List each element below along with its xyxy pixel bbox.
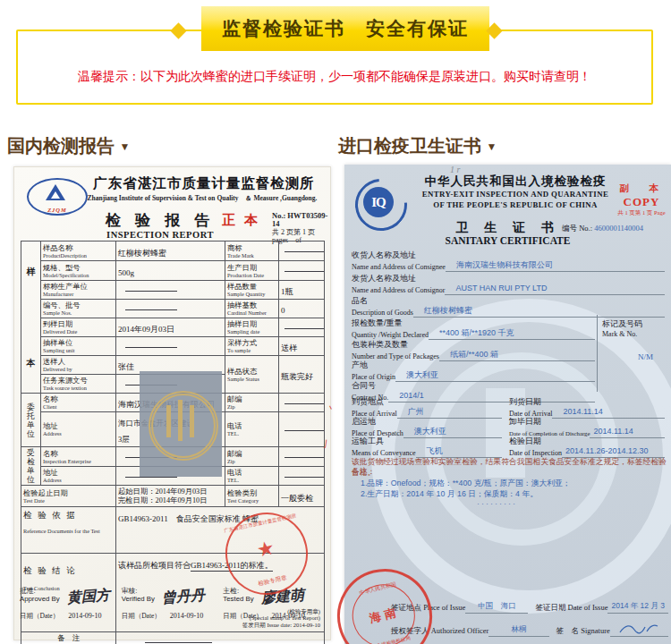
sample-group-char: 样 [23,266,38,278]
handwritten-signature [618,623,659,635]
inspected-group-label: 受检单位 [21,447,41,486]
report-title-cn: 检 验 报 告 [93,210,227,231]
section-title-domestic-report[interactable]: 国内检测报告 ▼ [7,134,130,158]
field-packages: 包装种类及数量 Number and Type of Packages纸箱/**… [352,340,595,361]
end-dots: ········· [477,499,517,508]
client-group-label: 委托单位 [21,394,41,447]
institute-name-en: Zhanjiang Institute of Supervision & Tes… [77,194,327,203]
original-copy-mark: 正本 [222,212,267,229]
blank-line [285,271,324,272]
report-pages-cn: 共 2 页第 1 页 [272,228,335,236]
table-row: 备 注Remark [21,632,325,644]
certificate-number: 编号 No.: 4600001140004 [562,224,643,234]
institute-name-cn: 广东省湛江市质量计量监督检测所 [84,174,324,193]
report-title: 检 验 报 告 INSPECTION REPORT [93,210,227,240]
tip-text: 温馨提示：以下为此次蜂蜜的进口手续证明，少一项都不能确保是原装进口。购买时请查明… [18,69,651,85]
blank-line [285,457,324,458]
blank-line [145,642,212,643]
signature-name: 曾丹丹 [161,586,205,607]
org-name-cn: 中华人民共和国出入境检验检疫 [403,174,627,190]
chevron-down-icon: ▼ [487,140,497,153]
field-arrival-place: 到货地点 Place of Arrival广州 [352,397,502,419]
blank-line [285,251,324,252]
zjqm-logo-text: ZJQM [29,207,86,213]
banner-title: 监督检验证书 安全有保证 [201,6,489,51]
field-arrival-date: 到货日期 Date of Arrival2014.11.14 [509,397,665,419]
blank-line [125,291,177,292]
chevron-down-icon: ▼ [120,140,131,153]
field-quantity: 报检数量/重量 Quantity /Weight Declared**400 箱… [352,318,595,340]
field-conveyance: 运输工具 Means of Conveyance飞机 [352,436,502,458]
inspection-statement: 该批货物经过现场查验和实验室检验，结果符合我国相关食品安全标准之规定，标签经检验… [352,456,667,478]
blank-line [125,347,177,348]
conclusion-text: 该样品所检项目符合 [118,561,191,570]
remark-item: 1.品牌：Onefood；规格：**400 克/瓶；原产国：澳大利亚； [361,479,571,489]
table-row: 编号、批号Sample Nos. 抽样基数Cardinal Number 0 [21,300,325,318]
blank-line [285,328,324,329]
table-row: 样本 样品名称ProductDescription 红柳桉树蜂蜜 商标Trade… [21,242,325,261]
sanitary-certificate: 1 r IQ 中华人民共和国出入境检验检疫 ENTRY-EXIT INSPECT… [344,165,671,644]
section-title-import-certificate[interactable]: 进口检疫卫生证书 ▼ [338,134,497,158]
blank-line [125,309,177,310]
org-name-en1: ENTRY-EXIT INSPECTION AND QUARANTINE [396,190,634,199]
signature-name: 黄国方 [66,586,110,607]
table-row: 抽样单位Sampling unit 采样方式To sample 送样 [21,337,325,356]
table-row: 到样日期Delivered Date 2014年09月03日 抽样日期Sampl… [21,318,325,337]
certificate-title-en: SANITARY CERTIFICATE [344,235,671,246]
mark-box-divider [597,315,598,392]
remark-label: 备注： [352,467,375,478]
table-row: 检验起止日期Test Date 起始日期：2014年09月03日 完检日期：20… [21,486,325,507]
star-icon: ★ [225,530,306,568]
signature-approved: 批准:Approved By 黄国方 日期（Date）2014-09-10 [20,588,122,621]
footer-issue-line: 签证地点 Place of Issue 中国 海口 签证日期 Date of I… [391,601,668,614]
blank-line [285,477,324,478]
field-mark-no: 标记及号码 Mark & No. N/M [602,318,665,361]
hanruitang-watermark [140,371,222,477]
field-goods: 品名 Description of Goods红柳桉树蜂蜜 [352,296,665,318]
copy-mark-block: 副 本 COPY 共 1 页第 1 页 Page [614,182,669,217]
field-origin: 产地 Place of Origin澳大利亚 [352,360,595,382]
section-title-text: 国内检测报告 [7,136,115,156]
org-name-en2: OF THE PEOPLE'S REPUBLIC OF CHINA [396,200,634,209]
field-discharge-date: 卸毕日期 Date of Completion of Discharge2014… [509,417,665,438]
section-title-text: 进口检疫卫生证书 [338,136,481,156]
sample-group-char: 本 [23,357,38,369]
report-number-block: No.: HWT03509-14 共 2 页第 1 页 pages of [272,212,335,244]
field-consignee: 收货人名称及地址 Name and Address of Consignee海南… [352,250,665,272]
signature-verified: 审核:Verified By 曾丹丹 日期（Date）2014-09-10 [122,588,224,621]
field-despatch-place: 启运地 Place of Despatch澳大利亚 [352,417,502,438]
table-row: 标称生产单位Manufacturer 样品数量Sample Quantity 1… [21,281,325,300]
field-inspection-date: 检验日期 Date of Inspection2014.11.26-2014.1… [509,436,665,458]
blank-line [285,430,324,431]
table-row: 规格、型号Model/Specification 500g 生产日期Produc… [21,261,325,281]
report-title-en: INSPECTION REPORT [93,230,227,240]
field-consignor: 发货人名称及地址 Name and Address of ConsignorAU… [352,274,665,295]
blank-line [285,403,324,404]
domestic-inspection-report: ZJQM 广东省湛江市质量计量监督检测所 Zhanjiang Institute… [13,166,331,640]
